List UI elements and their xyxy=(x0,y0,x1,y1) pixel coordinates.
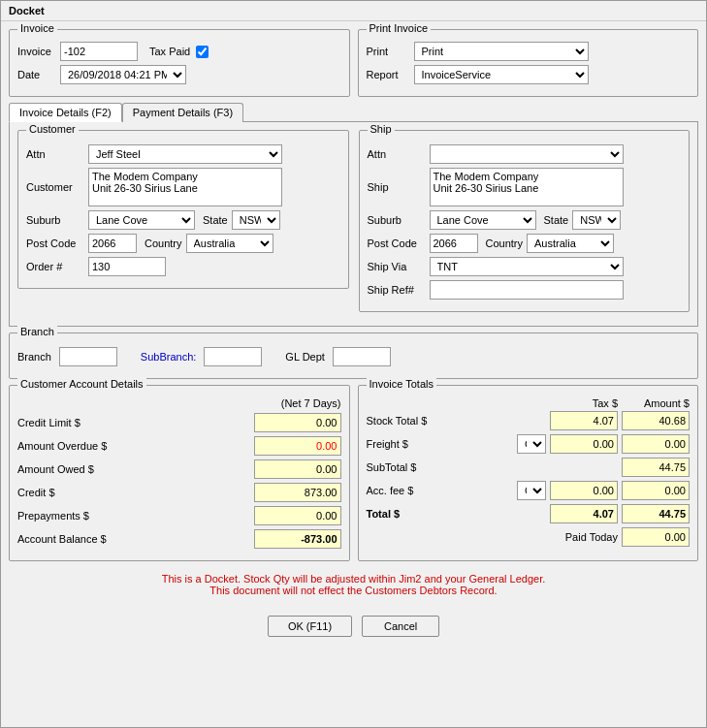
invoice-number-label: Invoice xyxy=(17,46,56,57)
acc-fee-g-select[interactable]: G xyxy=(517,481,546,500)
tax-paid-checkbox[interactable] xyxy=(196,46,209,58)
title-bar: Docket xyxy=(1,1,706,21)
paid-today-label: Paid Today xyxy=(367,531,619,543)
stock-total-row: Stock Total $ xyxy=(367,411,691,430)
invoice-number-input[interactable] xyxy=(60,42,138,61)
order-label: Order # xyxy=(26,261,84,272)
total-tax-input[interactable] xyxy=(550,504,618,523)
date-select[interactable]: 26/09/2018 04:21 PM xyxy=(60,65,186,84)
prepayments-input[interactable] xyxy=(254,506,341,525)
status-line2: This document will not effect the Custom… xyxy=(9,585,698,596)
print-select[interactable]: Print xyxy=(414,42,589,61)
account-balance-row: Account Balance $ xyxy=(17,529,341,549)
report-label: Report xyxy=(367,69,410,80)
total-label: Total $ xyxy=(367,508,547,520)
tabs-row: Invoice Details (F2) Payment Details (F3… xyxy=(9,103,698,122)
branch-label: Branch xyxy=(17,351,51,363)
invoice-group-title: Invoice xyxy=(17,22,57,34)
ship-postcode-label: Post Code xyxy=(368,237,426,249)
account-balance-input[interactable] xyxy=(254,529,341,549)
customer-address-textarea[interactable]: The Modem Company Unit 26-30 Sirius Lane xyxy=(88,168,282,206)
amount-overdue-label: Amount Overdue $ xyxy=(17,440,254,452)
freight-g-select[interactable]: G xyxy=(517,434,546,454)
customer-state-select[interactable]: NSW xyxy=(232,210,280,230)
tab-content: Customer Attn Jeff Steel Customer The Mo… xyxy=(9,121,698,327)
account-details-title: Customer Account Details xyxy=(17,378,146,390)
account-details-group: Customer Account Details (Net 7 Days) Cr… xyxy=(9,385,350,561)
credit-limit-input[interactable] xyxy=(254,413,341,432)
acc-fee-tax-input[interactable] xyxy=(550,481,618,500)
customer-attn-select[interactable]: Jeff Steel xyxy=(88,144,282,164)
customer-suburb-select[interactable]: Lane Cove xyxy=(88,210,195,230)
total-amount-input[interactable] xyxy=(622,504,690,523)
status-line1: This is a Docket. Stock Qty will be adju… xyxy=(9,573,698,585)
subtotal-amount-input[interactable] xyxy=(622,458,690,477)
ship-attn-label: Attn xyxy=(368,148,426,160)
stock-total-amount-input[interactable] xyxy=(622,411,690,430)
main-window: Docket Invoice Invoice Tax Paid Date 26/… xyxy=(0,0,707,728)
subtotal-label: SubTotal $ xyxy=(367,461,547,473)
print-invoice-title: Print Invoice xyxy=(367,22,432,34)
freight-amount-input[interactable] xyxy=(622,434,690,454)
paid-today-input[interactable] xyxy=(622,527,690,547)
ship-via-label: Ship Via xyxy=(368,261,426,272)
amount-overdue-input[interactable] xyxy=(254,436,341,456)
ship-state-label: State xyxy=(544,214,569,226)
invoice-totals-group: Invoice Totals Tax $ Amount $ Stock Tota… xyxy=(358,385,699,561)
credit-input[interactable] xyxy=(254,483,341,502)
customer-label: Customer xyxy=(26,181,84,193)
customer-postcode-input[interactable] xyxy=(88,234,137,253)
customer-group-title: Customer xyxy=(26,123,79,135)
freight-tax-input[interactable] xyxy=(550,434,618,454)
amount-owed-row: Amount Owed $ xyxy=(17,459,341,479)
acc-fee-amount-input[interactable] xyxy=(622,481,690,500)
tax-col-header: Tax $ xyxy=(550,397,618,409)
ship-state-select[interactable]: NSW xyxy=(572,210,621,230)
stock-total-tax-input[interactable] xyxy=(550,411,618,430)
ship-ref-input[interactable] xyxy=(430,280,624,300)
credit-label: Credit $ xyxy=(17,487,254,498)
ship-address-textarea[interactable]: The Modem Company Unit 26-30 Sirius Lane xyxy=(430,168,624,206)
tab-payment-details[interactable]: Payment Details (F3) xyxy=(122,103,243,122)
net-days-label: (Net 7 Days) xyxy=(17,397,341,409)
ok-button[interactable]: OK (F11) xyxy=(268,616,352,637)
credit-row: Credit $ xyxy=(17,483,341,502)
cancel-button[interactable]: Cancel xyxy=(362,616,439,637)
branch-group-title: Branch xyxy=(17,326,57,337)
account-balance-label: Account Balance $ xyxy=(17,533,254,545)
ship-label: Ship xyxy=(368,181,426,193)
prepayments-row: Prepayments $ xyxy=(17,506,341,525)
credit-limit-label: Credit Limit $ xyxy=(17,417,254,428)
ship-via-select[interactable]: TNT xyxy=(430,257,624,276)
ship-country-select[interactable]: Australia xyxy=(527,234,614,253)
sub-branch-input[interactable] xyxy=(204,347,262,366)
invoice-totals-title: Invoice Totals xyxy=(367,378,436,390)
ship-suburb-select[interactable]: Lane Cove xyxy=(430,210,536,230)
prepayments-label: Prepayments $ xyxy=(17,510,254,522)
amount-owed-input[interactable] xyxy=(254,459,341,479)
total-row: Total $ xyxy=(367,504,691,523)
acc-fee-label: Acc. fee $ xyxy=(367,485,514,496)
postcode-label: Post Code xyxy=(26,237,84,249)
sub-branch-label: SubBranch: xyxy=(141,351,196,363)
report-select[interactable]: InvoiceService xyxy=(414,65,589,84)
tab-invoice-details[interactable]: Invoice Details (F2) xyxy=(9,103,122,122)
amount-overdue-row: Amount Overdue $ xyxy=(17,436,341,456)
branch-input[interactable] xyxy=(59,347,117,366)
print-invoice-group: Print Invoice Print Print Report Invoice… xyxy=(358,29,699,97)
credit-limit-row: Credit Limit $ xyxy=(17,413,341,432)
amount-owed-label: Amount Owed $ xyxy=(17,463,254,475)
attn-label: Attn xyxy=(26,148,84,160)
customer-country-select[interactable]: Australia xyxy=(186,234,273,253)
ship-country-label: Country xyxy=(486,237,524,249)
ship-group-title: Ship xyxy=(368,123,395,135)
stock-total-label: Stock Total $ xyxy=(367,415,547,427)
acc-fee-row: Acc. fee $ G xyxy=(367,481,691,500)
invoice-group: Invoice Invoice Tax Paid Date 26/09/2018… xyxy=(9,29,350,97)
ship-attn-select[interactable] xyxy=(430,144,624,164)
ship-postcode-input[interactable] xyxy=(430,234,478,253)
gl-dept-label: GL Dept xyxy=(285,351,325,363)
branch-group: Branch Branch SubBranch: GL Dept xyxy=(9,332,698,379)
gl-dept-input[interactable] xyxy=(333,347,391,366)
order-number-input[interactable] xyxy=(88,257,166,276)
